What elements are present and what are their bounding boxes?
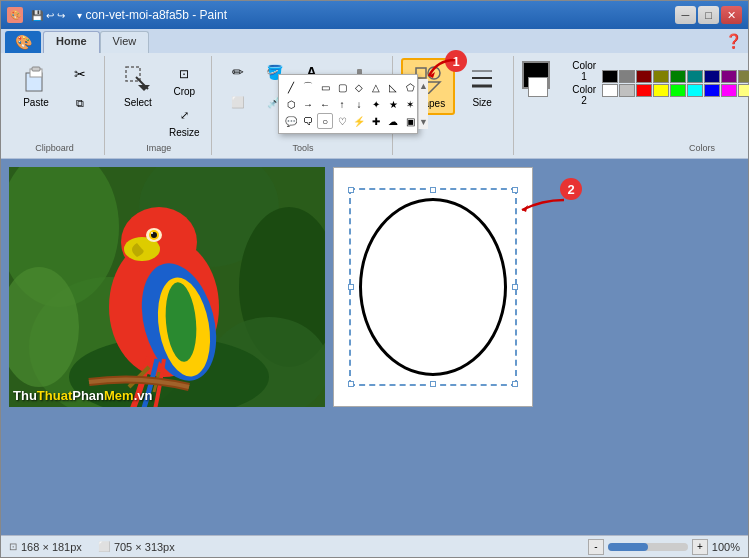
help-button[interactable]: ❓ [723, 31, 744, 53]
color-cell[interactable] [721, 84, 737, 97]
tab-bar: 🎨 Home View ❓ [1, 29, 748, 53]
paste-button[interactable]: Paste [11, 58, 61, 113]
crop-button[interactable]: ⊡ Crop [164, 60, 205, 100]
shape-lightning[interactable]: ⚡ [351, 113, 367, 129]
color-cell[interactable] [704, 70, 720, 83]
cut-button[interactable]: ✂ [62, 60, 98, 88]
crop-icon: ⊡ [173, 63, 195, 85]
color-cell[interactable] [653, 84, 669, 97]
shape-curve[interactable]: ⌒ [300, 79, 316, 95]
color-cell[interactable] [670, 84, 686, 97]
color-grid-top [602, 70, 749, 83]
color-cell[interactable] [704, 84, 720, 97]
color-swatches [522, 61, 566, 105]
handle-bl[interactable] [348, 381, 354, 387]
color-cell[interactable] [619, 84, 635, 97]
shape-rect2[interactable]: ▣ [402, 113, 418, 129]
eraser-button[interactable]: ⬜ [220, 88, 256, 116]
watermark-vn: .vn [134, 388, 153, 403]
zoom-out-button[interactable]: - [588, 539, 604, 555]
handle-br[interactable] [512, 381, 518, 387]
handle-mr[interactable] [512, 284, 518, 290]
shape-star5[interactable]: ★ [385, 96, 401, 112]
color-cell[interactable] [636, 84, 652, 97]
handle-tm[interactable] [430, 187, 436, 193]
svg-point-30 [151, 232, 153, 234]
status-selection: ⊡ 168 × 181px [9, 541, 82, 553]
shape-pentagon[interactable]: ⬠ [402, 79, 418, 95]
eraser-icon: ⬜ [227, 91, 249, 113]
color-cell[interactable] [738, 70, 749, 83]
tab-view[interactable]: View [100, 31, 150, 53]
handle-tl[interactable] [348, 187, 354, 193]
tab-home[interactable]: Home [43, 31, 100, 53]
shape-arrow-u[interactable]: ↑ [334, 96, 350, 112]
color2-swatch[interactable] [528, 77, 548, 97]
shape-roundrect[interactable]: ▢ [334, 79, 350, 95]
color-cell[interactable] [670, 70, 686, 83]
shape-hexagon[interactable]: ⬡ [283, 96, 299, 112]
shape-arrow-r[interactable]: → [300, 96, 316, 112]
select-button[interactable]: Select [113, 58, 163, 113]
minimize-button[interactable]: ─ [675, 6, 696, 24]
zoom-in-button[interactable]: + [692, 539, 708, 555]
shape-heart[interactable]: ♡ [334, 113, 350, 129]
arrow-1-svg [427, 58, 457, 78]
tools-label: Tools [292, 143, 313, 153]
svg-rect-2 [32, 67, 40, 71]
shape-arrow-l[interactable]: ← [317, 96, 333, 112]
shape-oval[interactable]: ○ [317, 113, 333, 129]
clipboard-label: Clipboard [35, 143, 74, 153]
colors-label: Colors [689, 143, 715, 153]
scroll-down-icon[interactable]: ▼ [419, 117, 428, 127]
shape-cloud[interactable]: ☁ [385, 113, 401, 129]
status-bar: ⊡ 168 × 181px ⬜ 705 × 313px - + 100% [1, 535, 748, 557]
color-cell[interactable] [687, 70, 703, 83]
handle-bm[interactable] [430, 381, 436, 387]
color-cell[interactable] [653, 70, 669, 83]
color-cell[interactable] [738, 84, 749, 97]
paint-window: 🎨 💾 ↩ ↪ ▾ con-vet-moi-a8fa5b - Paint ─ □… [0, 0, 749, 558]
arrow-2-svg [512, 192, 572, 222]
shape-triangle[interactable]: △ [368, 79, 384, 95]
selection-icon: ⊡ [9, 541, 17, 552]
size-label: Size [472, 97, 491, 108]
parrot-canvas: ThuThuatPhanMem.vn [9, 167, 325, 407]
watermark-thu: Thu [13, 388, 37, 403]
app-icon: 🎨 [7, 7, 23, 23]
close-button[interactable]: ✕ [721, 6, 742, 24]
color-cell[interactable] [687, 84, 703, 97]
image-group: Select ⊡ Crop ⤢ Resize Image [107, 56, 212, 155]
shape-callout[interactable]: 💬 [283, 113, 299, 129]
shape-star6[interactable]: ✶ [402, 96, 418, 112]
copy-button[interactable]: ⧉ [62, 89, 98, 117]
shape-arrow-d[interactable]: ↓ [351, 96, 367, 112]
shape-rtriangle[interactable]: ◺ [385, 79, 401, 95]
shape-diamond[interactable]: ◇ [351, 79, 367, 95]
color-cell[interactable] [602, 70, 618, 83]
scroll-up-icon[interactable]: ▲ [419, 81, 428, 91]
resize-button[interactable]: ⤢ Resize [164, 101, 205, 141]
canvas-wrapper: ThuThuatPhanMem.vn [9, 167, 533, 527]
pencil-button[interactable]: ✏ [220, 58, 256, 86]
shape-line[interactable]: ╱ [283, 79, 299, 95]
image-label: Image [146, 143, 171, 153]
color-cell[interactable] [636, 70, 652, 83]
window-title: con-vet-moi-a8fa5b - Paint [86, 8, 227, 22]
shape-callout2[interactable]: 🗨 [300, 113, 316, 129]
canvas-scroll-area[interactable]: ThuThuatPhanMem.vn [1, 159, 748, 535]
color-cell[interactable] [721, 70, 737, 83]
paint-menu-button[interactable]: 🎨 [5, 31, 41, 53]
select-label: Select [124, 97, 152, 108]
color-cell[interactable] [602, 84, 618, 97]
shapes-scrollbar[interactable]: ▲ ▼ [418, 79, 428, 129]
shape-cross[interactable]: ✚ [368, 113, 384, 129]
cut-icon: ✂ [69, 63, 91, 85]
select-icon [122, 63, 154, 95]
watermark-mem: Mem [104, 388, 134, 403]
shape-rect[interactable]: ▭ [317, 79, 333, 95]
handle-ml[interactable] [348, 284, 354, 290]
maximize-button[interactable]: □ [698, 6, 719, 24]
color-cell[interactable] [619, 70, 635, 83]
shape-star4[interactable]: ✦ [368, 96, 384, 112]
